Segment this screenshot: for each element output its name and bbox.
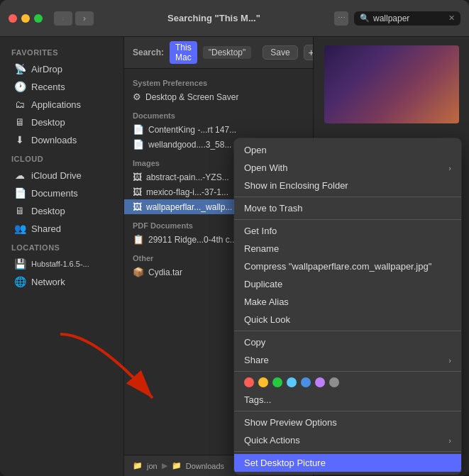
sidebar-item-shared[interactable]: 👥 Shared [3, 220, 121, 237]
ctx-tags[interactable]: Tags... [234, 391, 461, 409]
quick-actions-chevron-icon: › [448, 436, 451, 445]
tag-blue-light[interactable] [287, 377, 297, 387]
window-title: Searching "This M..." [99, 13, 329, 23]
ctx-rename[interactable]: Rename [234, 240, 461, 258]
path-part-downloads[interactable]: Downloads [186, 462, 224, 470]
sidebar-label-hubstaff: Hubstaff-1.6.5-... [31, 260, 89, 268]
icloud-label: iCloud [0, 149, 123, 166]
sidebar-label-shared: Shared [31, 223, 61, 234]
group-header-documents: Documents [124, 104, 313, 122]
sidebar-item-hubstaff[interactable]: 💾 Hubstaff-1.6.5-... [3, 255, 121, 272]
ctx-make-alias[interactable]: Make Alias [234, 293, 461, 311]
chevron-right-icon: › [448, 164, 451, 172]
ctx-open[interactable]: Open [234, 141, 461, 159]
nav-buttons: ‹ › [54, 11, 94, 26]
ctx-open-with[interactable]: Open With › [234, 159, 461, 177]
ctx-copy[interactable]: Copy [234, 333, 461, 351]
ctx-share[interactable]: Share › [234, 351, 461, 369]
expand-button[interactable]: ⋯ [334, 11, 348, 26]
ctx-show-in-folder-label: Show in Enclosing Folder [244, 180, 348, 191]
sidebar-item-downloads[interactable]: ⬇ Downloads [3, 131, 121, 148]
minimize-button[interactable] [21, 14, 30, 23]
add-filter-button[interactable]: + [304, 45, 313, 60]
sidebar-item-network[interactable]: 🌐 Network [3, 273, 121, 290]
sidebar-item-documents[interactable]: 📄 Documents [3, 184, 121, 201]
back-button[interactable]: ‹ [54, 11, 72, 26]
ctx-move-to-trash[interactable]: Move to Trash [234, 199, 461, 217]
ctx-separator-2 [234, 219, 461, 220]
ctx-separator [234, 197, 461, 197]
this-mac-pill[interactable]: This Mac [170, 41, 197, 64]
sidebar-item-recents[interactable]: 🕐 Recents [3, 78, 121, 95]
traffic-lights [9, 14, 43, 23]
ctx-quick-look[interactable]: Quick Look [234, 311, 461, 328]
file-name: mexico-flag-i...-37-1... [146, 187, 228, 197]
desktop-icon: 🖥 [14, 116, 26, 128]
airdrop-icon: 📡 [14, 63, 26, 74]
ctx-separator-6 [234, 451, 461, 452]
sidebar-item-applications[interactable]: 🗂 Applications [3, 96, 121, 113]
ctx-rename-label: Rename [244, 243, 279, 254]
sidebar-label-documents: Documents [31, 188, 78, 199]
path-separator: ▶ [162, 461, 167, 470]
search-box[interactable]: 🔍 wallpaper ✕ [354, 11, 460, 26]
forward-button[interactable]: › [75, 11, 94, 26]
list-item[interactable]: 📄 ContentKing -...rt 147... [124, 122, 313, 137]
sidebar-item-desktop-icloud[interactable]: 🖥 Desktop [3, 202, 121, 219]
file-name: wellandgood....3_58... [148, 140, 231, 150]
ctx-set-desktop-picture[interactable]: Set Desktop Picture [234, 454, 461, 472]
maximize-button[interactable] [34, 14, 43, 23]
ctx-tags-label: Tags... [244, 394, 271, 405]
ctx-compress[interactable]: Compress "wallpaperflare.com_wallpaper.j… [234, 258, 461, 275]
network-icon: 🌐 [14, 276, 26, 287]
ctx-duplicate[interactable]: Duplicate [234, 275, 461, 293]
tag-orange[interactable] [258, 377, 268, 387]
ctx-show-preview-options[interactable]: Show Preview Options [234, 414, 461, 431]
ctx-show-in-folder[interactable]: Show in Enclosing Folder [234, 177, 461, 194]
list-item[interactable]: ⚙ Desktop & Screen Saver [124, 89, 313, 104]
sidebar-label-network: Network [31, 277, 65, 287]
sidebar-item-desktop[interactable]: 🖥 Desktop [3, 114, 121, 131]
search-query: wallpaper [373, 13, 445, 23]
sidebar-label-applications: Applications [31, 99, 81, 110]
search-label: Search: [133, 48, 164, 57]
ctx-quick-look-label: Quick Look [244, 314, 290, 325]
sidebar-item-icloud-drive[interactable]: ☁ iCloud Drive [3, 167, 121, 184]
tag-green[interactable] [272, 377, 282, 387]
search-clear-button[interactable]: ✕ [448, 13, 455, 23]
ctx-make-alias-label: Make Alias [244, 297, 289, 307]
tag-blue[interactable] [301, 377, 311, 387]
file-name: ContentKing -...rt 147... [148, 125, 236, 135]
file-icon: ⚙ [133, 92, 141, 102]
folder-icon: 📁 [133, 461, 143, 470]
file-icon: 📦 [133, 267, 144, 277]
file-name: wallpaperflar..._wallp... [146, 202, 232, 212]
tag-purple[interactable] [315, 377, 325, 387]
tag-red[interactable] [244, 377, 254, 387]
sidebar-item-airdrop[interactable]: 📡 AirDrop [3, 60, 121, 77]
ctx-show-preview-options-label: Show Preview Options [244, 417, 337, 428]
ctx-set-desktop-picture-label: Set Desktop Picture [244, 458, 326, 468]
recents-icon: 🕐 [14, 81, 26, 92]
file-icon: 📋 [133, 234, 144, 245]
tag-gray[interactable] [329, 377, 339, 387]
icloud-icon: ☁ [14, 170, 26, 181]
titlebar: ‹ › Searching "This M..." ⋯ 🔍 wallpaper … [0, 0, 469, 37]
sidebar-label-recents: Recents [31, 82, 65, 92]
ctx-quick-actions[interactable]: Quick Actions › [234, 431, 461, 449]
close-button[interactable] [9, 14, 17, 23]
path-part-jon[interactable]: jon [147, 462, 158, 470]
documents-icon: 📄 [14, 187, 26, 199]
desktop-pill[interactable]: "Desktop" [203, 46, 252, 59]
hubstaff-icon: 💾 [14, 258, 26, 270]
save-button[interactable]: Save [263, 45, 297, 60]
ctx-open-label: Open [244, 145, 267, 155]
share-chevron-icon: › [448, 356, 451, 365]
context-menu: Open Open With › Show in Enclosing Folde… [234, 138, 461, 475]
ctx-get-info[interactable]: Get Info [234, 222, 461, 240]
sidebar-label-downloads: Downloads [31, 135, 77, 145]
file-icon: 🖼 [133, 172, 142, 182]
ctx-copy-label: Copy [244, 337, 265, 348]
favorites-label: Favorites [0, 43, 123, 60]
sidebar-label-icloud: iCloud Drive [31, 170, 82, 181]
